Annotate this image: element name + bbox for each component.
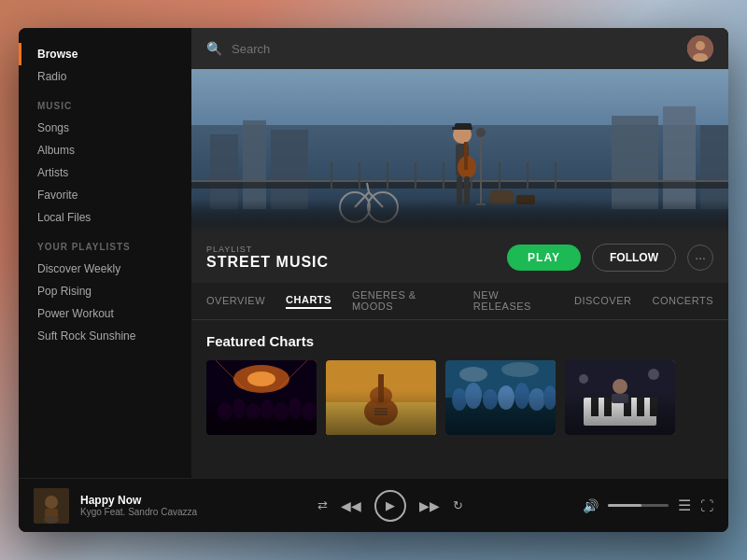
next-button[interactable]: ▶▶ xyxy=(419,498,440,513)
queue-icon[interactable]: ☰ xyxy=(678,497,691,514)
chart-card-4[interactable] xyxy=(565,360,675,435)
svg-point-87 xyxy=(44,516,59,524)
sidebar-item-power-workout[interactable]: Power Workout xyxy=(19,302,191,325)
svg-rect-6 xyxy=(243,120,266,209)
svg-point-85 xyxy=(45,496,58,509)
volume-icon: 🔊 xyxy=(583,498,599,513)
tabs-bar: OVERVIEW CHARTS GENERES & MOODS NEW RELE… xyxy=(191,283,728,320)
play-button[interactable]: PLAY xyxy=(507,245,581,271)
shuffle-button[interactable]: ⇄ xyxy=(317,498,328,512)
sidebar-item-suft-rock[interactable]: Suft Rock Sunshine xyxy=(19,325,191,347)
sidebar-section-playlists: YOUR PLAYLISTS xyxy=(19,229,191,258)
svg-rect-5 xyxy=(210,134,238,209)
sidebar-item-discover-weekly[interactable]: Discover Weekly xyxy=(19,258,191,280)
chart-card-1[interactable] xyxy=(206,360,317,435)
prev-icon: ◀◀ xyxy=(341,498,361,513)
svg-rect-7 xyxy=(271,130,308,209)
hero-title: STREET MUSIC xyxy=(206,254,496,271)
sidebar-item-favorite[interactable]: Favorite xyxy=(19,184,191,206)
player-controls: ⇄ ◀◀ ▶ ▶▶ ↻ xyxy=(208,490,571,522)
play-pause-button[interactable]: ▶ xyxy=(374,490,406,522)
next-icon: ▶▶ xyxy=(419,498,440,513)
sidebar-item-albums[interactable]: Albums xyxy=(19,139,191,161)
chart-card-3[interactable] xyxy=(445,360,556,435)
svg-rect-10 xyxy=(700,125,728,209)
svg-point-37 xyxy=(476,128,486,137)
avatar[interactable] xyxy=(687,35,713,62)
hero-info-bar: PLAYLIST STREET MUSIC PLAY FOLLOW ··· xyxy=(191,232,728,283)
player-title: Happy Now xyxy=(80,494,197,507)
sidebar-item-pop-rising[interactable]: Pop Rising xyxy=(19,280,191,302)
more-button[interactable]: ··· xyxy=(687,245,713,271)
play-icon: ▶ xyxy=(386,498,395,512)
volume-fill xyxy=(608,504,641,507)
svg-rect-29 xyxy=(452,127,472,130)
sidebar-item-local-files[interactable]: Local Files xyxy=(19,206,191,229)
charts-section: Featured Charts xyxy=(191,320,728,478)
tab-discover[interactable]: DISCOVER xyxy=(574,295,631,308)
expand-icon[interactable]: ⛶ xyxy=(700,498,713,513)
sidebar: Browse Radio MUSIC Songs Albums Artists … xyxy=(19,28,191,478)
player-thumbnail xyxy=(34,488,69,524)
volume-bar[interactable] xyxy=(608,504,669,507)
tab-new-releases[interactable]: NEW RELEASES xyxy=(473,289,554,314)
section-title: Featured Charts xyxy=(206,333,713,349)
shuffle-icon: ⇄ xyxy=(317,498,328,512)
search-icon: 🔍 xyxy=(206,41,222,56)
hero-image xyxy=(191,69,728,232)
hero-meta: PLAYLIST STREET MUSIC xyxy=(206,245,496,271)
svg-rect-9 xyxy=(663,106,696,209)
search-input[interactable] xyxy=(232,42,678,56)
player-right-controls: 🔊 ☰ ⛶ xyxy=(583,497,713,514)
tab-generes[interactable]: GENERES & MOODS xyxy=(352,289,453,314)
sidebar-item-songs[interactable]: Songs xyxy=(19,117,191,139)
svg-rect-32 xyxy=(464,142,468,170)
tab-overview[interactable]: OVERVIEW xyxy=(206,295,265,308)
sidebar-section-music: MUSIC xyxy=(19,88,191,117)
player-artist: Kygo Feat. Sandro Cavazza xyxy=(80,507,197,517)
player-info: Happy Now Kygo Feat. Sandro Cavazza xyxy=(80,494,197,517)
app-container: Browse Radio MUSIC Songs Albums Artists … xyxy=(19,28,728,532)
prev-button[interactable]: ◀◀ xyxy=(341,498,361,513)
sidebar-item-artists[interactable]: Artists xyxy=(19,161,191,184)
content-area: 🔍 xyxy=(191,28,728,478)
sidebar-item-radio[interactable]: Radio xyxy=(19,65,191,88)
svg-point-1 xyxy=(696,41,705,50)
search-bar: 🔍 xyxy=(191,28,728,69)
tab-charts[interactable]: CHARTS xyxy=(286,294,331,309)
hero-tag: PLAYLIST xyxy=(206,245,496,254)
chart-grid xyxy=(206,360,713,435)
svg-rect-40 xyxy=(191,200,728,232)
chart-card-2[interactable] xyxy=(326,360,436,435)
repeat-icon: ↻ xyxy=(453,498,463,512)
follow-button[interactable]: FOLLOW xyxy=(592,244,676,272)
repeat-button[interactable]: ↻ xyxy=(453,498,463,512)
player-bar: Happy Now Kygo Feat. Sandro Cavazza ⇄ ◀◀… xyxy=(19,478,728,532)
main-area: Browse Radio MUSIC Songs Albums Artists … xyxy=(19,28,728,478)
svg-rect-8 xyxy=(612,116,658,209)
tab-concerts[interactable]: CONCERTS xyxy=(652,295,713,308)
sidebar-item-browse[interactable]: Browse xyxy=(19,43,191,65)
